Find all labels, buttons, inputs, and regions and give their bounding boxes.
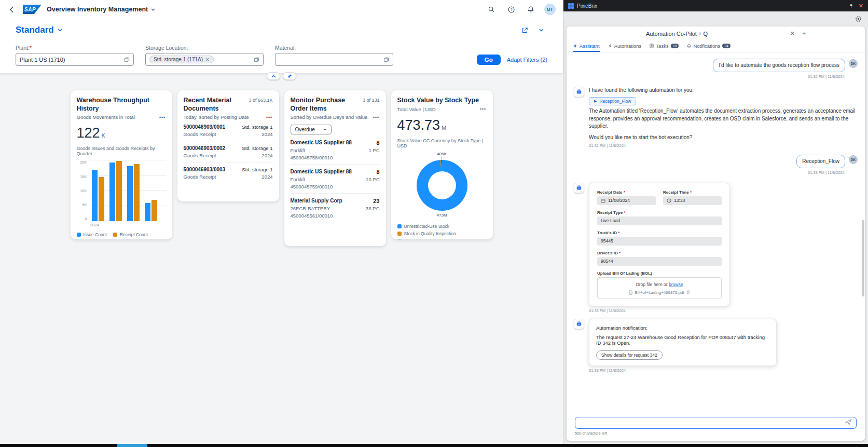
variant-title[interactable]: Standard [16,25,54,35]
taskbar [0,444,868,447]
overdue-dropdown[interactable]: Overdue [291,125,332,134]
card-overflow-button[interactable]: ⋯ [373,115,380,119]
bell-icon [527,6,534,13]
list-item[interactable]: Domestic US Supplier 888 Forklift1 PC 45… [291,136,380,165]
help-button[interactable]: ? [505,3,517,16]
bot-question: Would you like me to start the bot execu… [589,134,858,142]
timestamp: 01:33 PM | 11/8/2024 [808,170,845,175]
page-header: Standard Plant:* Plant 1 U [0,19,563,73]
timestamp: 01:33 PM | 11/8/2024 [589,308,858,313]
go-button[interactable]: Go [477,55,501,65]
bot-avatar [574,319,584,329]
token-remove-icon[interactable]: ✕ [205,57,210,62]
panel-pin-button[interactable] [849,2,853,10]
share-button[interactable] [518,24,531,36]
card-title: Recent Material Documents [184,97,246,113]
adapt-filters-link[interactable]: Adapt Filters (2) [507,57,547,63]
truck-id-label: Truck's ID * [597,231,722,235]
back-button[interactable] [5,3,18,16]
settings-button[interactable] [855,15,862,24]
timestamp: 01:32 PM | 11/8/2024 [808,74,845,79]
material-input[interactable] [275,53,393,66]
show-details-button[interactable]: Show details for request 342 [596,350,663,360]
sap-logo[interactable]: SAP [23,5,42,14]
card-count: 3 of 663.1K [249,97,272,113]
truck-id-field[interactable]: 95445 [597,237,722,246]
chart-title: Goods Issues and Goods Receipts by Quart… [77,146,166,156]
list-item[interactable]: 5000046903/0002Std. storage 1 Goods Rece… [184,141,273,162]
trash-icon[interactable] [686,290,690,294]
kpi-unit: K [102,132,105,139]
scrollbar-thumb[interactable] [862,220,864,296]
card-stock-value[interactable]: Stock Value by Stock Type Total Value | … [391,90,493,239]
pin-header-button[interactable] [283,72,296,80]
tab-tasks[interactable]: Tasks 18 [650,40,679,52]
bar-group [109,160,122,221]
card-warehouse-throughput[interactable]: Warehouse Throughput History Goods Movem… [71,90,172,239]
reception-form: Receipt Date * 11/08/2024 Receipt Time * [589,183,730,306]
shell-left: SAP Overview Inventory Management [5,3,155,16]
stock-donut [417,160,467,211]
value-help-icon[interactable] [254,57,259,62]
bot-message-content: I have found the following automation fo… [589,87,858,142]
copilot-title: Automation Co-Pilot + Q [567,31,787,37]
card-subtitle: Today, sorted by Posting Date [184,114,249,120]
sap-logo-text: SAP [24,7,36,12]
receipt-time-field[interactable]: 13:33 [663,196,722,205]
driver-id-field[interactable]: 98544 [597,257,722,266]
search-button[interactable] [485,3,498,16]
app-title-menu[interactable]: Overview Inventory Management [47,6,155,13]
chat-input[interactable] [580,420,845,426]
tab-automations[interactable]: Automations [608,40,642,52]
file-drop-zone[interactable]: Drop file here or browse Bill+of+Lading+… [597,277,722,299]
notification-title: Automation notification: [596,325,769,331]
characters-left: 500 characters left [575,431,857,436]
list-item[interactable]: Material Supply Corp23 26ECR-BATTERY36 P… [291,194,380,222]
receipt-type-field[interactable]: Live Load [597,216,722,225]
send-button[interactable] [845,418,852,427]
header-menu-button[interactable] [535,24,547,36]
automation-chip[interactable]: ▶ Reception_Flow [589,97,636,105]
robot-icon [576,185,582,191]
notifications-button[interactable] [525,3,537,16]
tab-notifications[interactable]: Notifications 24 [687,40,731,52]
bot-form-message: Receipt Date * 11/08/2024 Receipt Time * [574,183,858,306]
copilot-tabs: Assistant Automations Tasks 18 Notificat… [567,40,865,52]
receipt-date-field[interactable]: 11/08/2024 [597,196,656,205]
copilot-close-button[interactable]: ✕ [790,31,795,36]
taskbar-active-item[interactable] [117,444,147,447]
list-item[interactable]: Domestic US Supplier 888 Forklift10 PC 4… [291,165,380,194]
donut-legend: Unrestricted-Use Stock Stock in Quality … [397,224,487,239]
list-item[interactable]: 5000046903/0003Std. storage 1 Goods Rece… [184,162,273,183]
bar [134,164,140,221]
variant-chevron-icon[interactable] [58,29,62,32]
copilot-add-button[interactable]: ＋ [801,31,807,36]
donut-label-top: 405K [397,152,487,156]
tab-assistant[interactable]: Assistant [573,40,600,52]
plant-filter: Plant:* Plant 1 US (1710) [16,45,134,66]
card-overflow-button[interactable]: ⋯ [266,115,273,119]
panel-close-button[interactable]: ✕ [859,3,863,9]
list-item[interactable]: 5000046903/0001Std. storage 1 Goods Rece… [184,120,273,141]
value-help-icon[interactable] [383,57,389,62]
chart-title: Stock Value CC Currency by Stock Type | … [397,138,487,148]
variant-row: Standard [16,24,547,36]
svg-text:?: ? [510,7,512,12]
plant-input[interactable]: Plant 1 US (1710) [16,53,134,66]
card-monitor-purchase-orders[interactable]: Monitor Purchase Order Items 3 of 131 So… [284,90,386,246]
user-avatar[interactable]: UT [544,4,556,15]
kpi-value: 473.73M [397,117,487,133]
document-icon [629,290,632,295]
card-overflow-button[interactable]: ⋯ [159,115,166,119]
storage-location-input[interactable]: Std. storage 1 (171A) ✕ [145,53,264,66]
browse-link[interactable]: browse [669,282,683,287]
collapse-header-button[interactable] [267,72,280,80]
copilot-header: Automation Co-Pilot + Q ✕ ＋ [567,26,865,40]
card-recent-material-documents[interactable]: Recent Material Documents 3 of 663.1K To… [177,90,279,201]
sparkle-icon [573,44,577,48]
uploaded-file[interactable]: Bill+of+Lading+469875.pdf [601,290,718,295]
card-overflow-button[interactable]: ⋯ [480,107,487,111]
bot-body: The Automation titled 'Reception_Flow' a… [589,107,858,130]
value-help-icon[interactable] [124,57,130,62]
storage-location-token[interactable]: Std. storage 1 (171A) ✕ [149,56,214,63]
